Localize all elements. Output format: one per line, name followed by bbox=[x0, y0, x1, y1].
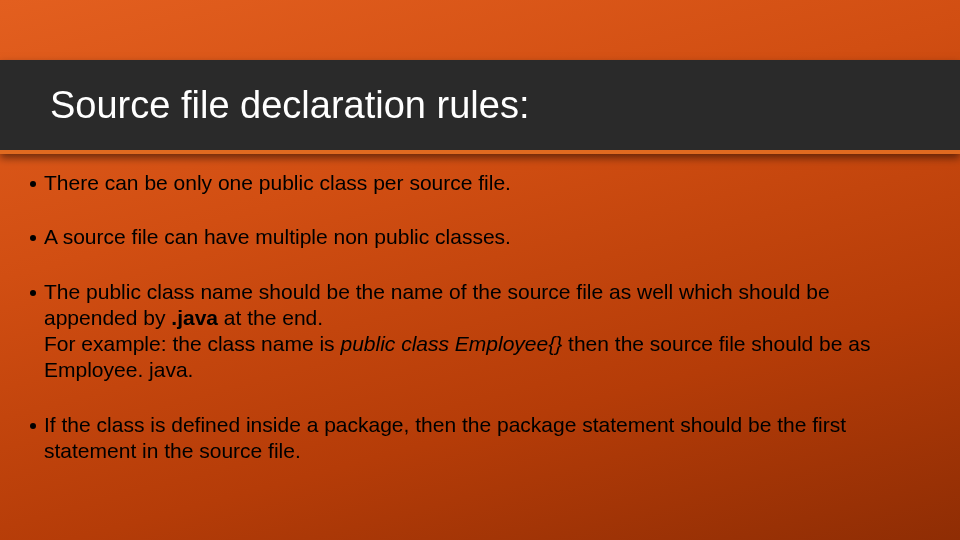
bullet-dot-icon bbox=[30, 181, 36, 187]
text-run: The public class name should be the name… bbox=[44, 280, 830, 329]
slide-content: There can be only one public class per s… bbox=[30, 170, 920, 492]
bullet-dot-icon bbox=[30, 423, 36, 429]
bullet-item: There can be only one public class per s… bbox=[30, 170, 920, 196]
slide-title: Source file declaration rules: bbox=[50, 84, 529, 127]
bullet-text: If the class is defined inside a package… bbox=[44, 412, 920, 465]
bullet-item: A source file can have multiple non publ… bbox=[30, 224, 920, 250]
bullet-text: There can be only one public class per s… bbox=[44, 170, 920, 196]
text-italic: public class Employee{} bbox=[340, 332, 562, 355]
title-bar: Source file declaration rules: bbox=[0, 60, 960, 154]
text-bold: .java bbox=[171, 306, 218, 329]
bullet-text: A source file can have multiple non publ… bbox=[44, 224, 920, 250]
text-run: at the end. bbox=[218, 306, 323, 329]
slide: Source file declaration rules: There can… bbox=[0, 0, 960, 540]
text-run: For example: the class name is bbox=[44, 332, 340, 355]
bullet-dot-icon bbox=[30, 235, 36, 241]
bullet-item: If the class is defined inside a package… bbox=[30, 412, 920, 465]
bullet-text: The public class name should be the name… bbox=[44, 279, 920, 332]
bullet-subline: For example: the class name is public cl… bbox=[44, 331, 920, 384]
bullet-dot-icon bbox=[30, 290, 36, 296]
bullet-item: The public class name should be the name… bbox=[30, 279, 920, 384]
